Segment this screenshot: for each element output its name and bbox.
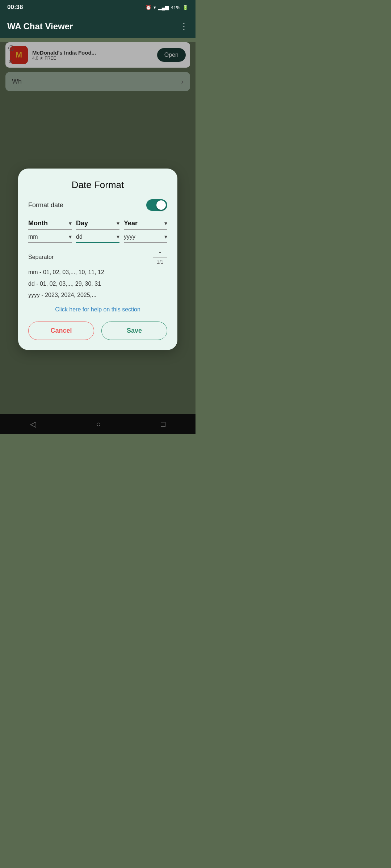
day-select[interactable]: Day ▾ [76,220,119,230]
month-select[interactable]: Month ▾ [28,220,72,230]
day-dropdown[interactable]: Day ▾ [76,220,119,230]
day-value: dd [76,234,83,240]
background-content: i M McDonald's India Food... 4.0 ★ FREE … [0,42,196,434]
format-date-row: Format date [28,199,167,211]
separator-value-container[interactable]: - 1/1 [153,249,167,265]
status-icons: ⏰ ▾ ▂▄▆ 41% 🔋 [146,5,188,10]
help-link[interactable]: Click here for help on this section [28,306,167,313]
signal-icon: ▂▄▆ [158,5,169,10]
year-value-select[interactable]: yyyy ▾ [124,233,167,243]
month-value-select[interactable]: mm ▾ [28,233,72,243]
status-bar: 00:38 ⏰ ▾ ▂▄▆ 41% 🔋 [0,0,196,14]
date-format-dialog: Date Format Format date Month ▾ [18,169,177,350]
month-value-dropdown[interactable]: mm ▾ [28,233,72,243]
toggle-knob [156,200,166,210]
battery-text: 41% [171,5,180,10]
year-dropdown[interactable]: Year ▾ [124,220,167,230]
year-select[interactable]: Year ▾ [124,220,167,230]
more-options-icon[interactable]: ⋮ [180,21,188,31]
day-arrow-icon: ▾ [117,220,119,227]
day-value-arrow-icon: ▾ [117,233,119,240]
dropdown-values-row: mm ▾ dd ▾ yyyy ▾ [28,233,167,243]
month-value-arrow-icon: ▾ [69,233,72,240]
day-value-dropdown[interactable]: dd ▾ [76,233,119,243]
month-dropdown[interactable]: Month ▾ [28,220,72,230]
info-line-3: yyyy - 2023, 2024, 2025,... [28,290,167,300]
year-arrow-icon: ▾ [164,220,167,227]
separator-label: Separator [28,253,54,260]
year-value: yyyy [124,234,135,240]
separator-value: - [153,249,167,258]
year-label: Year [124,220,138,227]
day-value-select[interactable]: dd ▾ [76,233,119,243]
info-line-2: dd - 01, 02, 03,..., 29, 30, 31 [28,279,167,289]
month-label: Month [28,220,48,227]
separator-row: Separator - 1/1 [28,249,167,265]
info-line-1: mm - 01, 02, 03,..., 10, 11, 12 [28,268,167,277]
save-button[interactable]: Save [101,322,167,340]
info-lines: mm - 01, 02, 03,..., 10, 11, 12 dd - 01,… [28,268,167,300]
button-row: Cancel Save [28,322,167,340]
dialog-title: Date Format [28,179,167,191]
cancel-button[interactable]: Cancel [28,322,94,340]
status-time: 00:38 [7,4,23,11]
month-value: mm [28,234,38,240]
separator-counter: 1/1 [157,259,163,265]
dropdown-labels-row: Month ▾ Day ▾ Year ▾ [28,220,167,230]
year-value-dropdown[interactable]: yyyy ▾ [124,233,167,243]
wifi-icon: ▾ [154,5,156,10]
app-title: WA Chat Viewer [7,21,73,31]
year-value-arrow-icon: ▾ [164,233,167,240]
app-bar: WA Chat Viewer ⋮ [0,14,196,38]
day-label: Day [76,220,88,227]
format-date-label: Format date [28,201,63,209]
alarm-icon: ⏰ [146,5,151,10]
battery-icon: 🔋 [182,5,188,10]
dialog-overlay: Date Format Format date Month ▾ [0,42,196,434]
format-date-toggle[interactable] [146,199,167,211]
month-arrow-icon: ▾ [69,220,72,227]
